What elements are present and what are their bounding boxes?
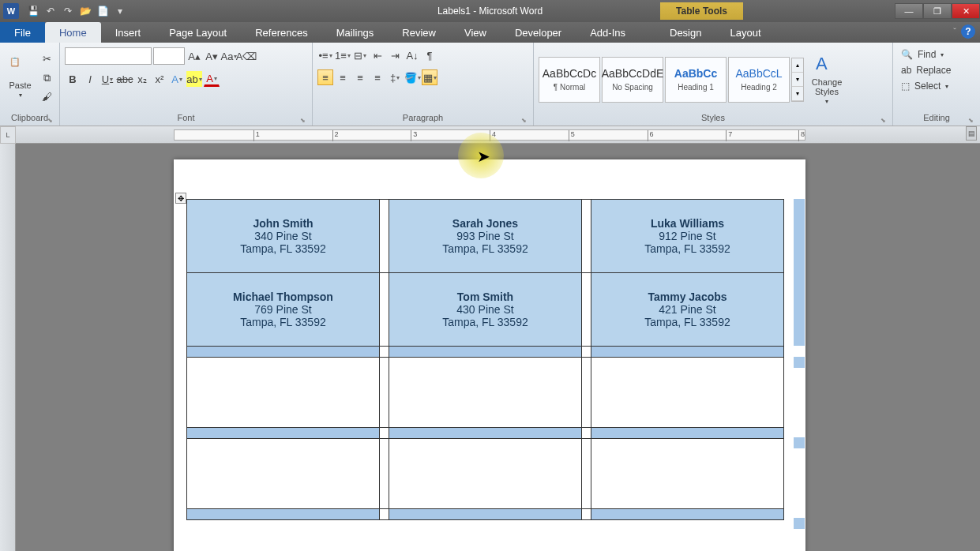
copy-icon[interactable]: ⧉ — [39, 70, 54, 86]
table-row[interactable] — [187, 347, 784, 358]
text-effects-icon[interactable]: A — [169, 71, 185, 87]
italic-button[interactable]: I — [82, 71, 98, 87]
change-case-icon[interactable]: Aa — [221, 48, 237, 64]
group-font: A▴ A▾ Aa A⌫ B I U abc x₂ x² A ab A Font — [60, 43, 313, 126]
highlight-icon[interactable]: ab — [186, 71, 202, 87]
label-cell[interactable] — [389, 358, 581, 427]
tab-design[interactable]: Design — [655, 22, 715, 43]
new-icon[interactable]: 📄 — [95, 3, 111, 19]
label-cell[interactable]: Michael Thompson 769 Pine St Tampa, FL 3… — [187, 273, 379, 346]
tab-home[interactable]: Home — [45, 22, 101, 43]
tab-selector[interactable]: L — [0, 126, 16, 144]
table-row[interactable] — [187, 509, 784, 520]
window-controls: — ❐ ✕ — [895, 3, 980, 19]
help-icon[interactable]: ? — [961, 24, 975, 39]
align-right-icon[interactable]: ≡ — [352, 69, 368, 85]
underline-button[interactable]: U — [100, 71, 115, 87]
label-cell[interactable]: Tammy Jacobs 421 Pine St Tampa, FL 33592 — [591, 273, 783, 346]
bullets-icon[interactable]: •≡ — [317, 47, 333, 63]
collapse-ribbon-icon[interactable]: ˇ — [953, 27, 956, 36]
font-color-icon[interactable]: A — [204, 71, 220, 87]
labels-table[interactable]: John Smith 340 Pine St Tampa, FL 33592 S… — [186, 199, 784, 520]
label-cell[interactable]: Sarah Jones 993 Pine St Tampa, FL 33592 — [389, 200, 581, 272]
tab-review[interactable]: Review — [388, 22, 450, 43]
find-button[interactable]: 🔍Find▾ — [898, 47, 947, 62]
shrink-font-icon[interactable]: A▾ — [204, 48, 220, 64]
redo-icon[interactable]: ↷ — [60, 3, 76, 19]
superscript-button[interactable]: x² — [152, 71, 167, 87]
format-painter-icon[interactable]: 🖌 — [39, 89, 54, 105]
decrease-indent-icon[interactable]: ⇤ — [370, 47, 385, 63]
label-cell[interactable] — [591, 358, 783, 427]
style-heading-1[interactable]: AaBbCcHeading 1 — [665, 57, 727, 103]
table-row[interactable]: John Smith 340 Pine St Tampa, FL 33592 S… — [187, 200, 784, 273]
horizontal-ruler[interactable]: L 12 34 56 78 ▤ — [16, 126, 980, 144]
maximize-button[interactable]: ❐ — [923, 3, 952, 19]
ruler-toggle-icon[interactable]: ▤ — [966, 126, 977, 141]
label-cell[interactable] — [187, 439, 379, 508]
grow-font-icon[interactable]: A▴ — [186, 48, 202, 64]
label-cell[interactable] — [187, 358, 379, 427]
label-cell[interactable] — [389, 439, 581, 508]
undo-icon[interactable]: ↶ — [43, 3, 58, 19]
tab-addins[interactable]: Add-Ins — [576, 22, 640, 43]
cut-icon[interactable]: ✂ — [39, 51, 54, 67]
tab-file[interactable]: File — [0, 22, 45, 43]
chevron-down-icon[interactable]: ▾ — [792, 73, 803, 87]
font-size-input[interactable] — [153, 47, 185, 65]
table-row[interactable]: Michael Thompson 769 Pine St Tampa, FL 3… — [187, 273, 784, 347]
open-icon[interactable]: 📂 — [77, 3, 93, 19]
label-street: 912 Pine St — [659, 230, 715, 242]
label-cell[interactable] — [591, 439, 783, 508]
clear-formatting-icon[interactable]: A⌫ — [238, 48, 254, 64]
label-cell[interactable]: Luka Williams 912 Pine St Tampa, FL 3359… — [591, 200, 783, 272]
styles-gallery-nav[interactable]: ▴▾▾ — [791, 58, 804, 102]
page[interactable]: John Smith 340 Pine St Tampa, FL 33592 S… — [174, 159, 805, 551]
close-button[interactable]: ✕ — [952, 3, 980, 19]
style-no-spacing[interactable]: AaBbCcDdENo Spacing — [602, 57, 663, 103]
styles-more-icon[interactable]: ▾ — [792, 87, 803, 101]
line-spacing-icon[interactable]: ‡ — [387, 69, 403, 85]
align-center-icon[interactable]: ≡ — [335, 69, 351, 85]
tab-developer[interactable]: Developer — [501, 22, 576, 43]
table-row[interactable] — [187, 358, 784, 428]
group-clipboard-label: Clipboard — [5, 111, 54, 126]
change-styles-button[interactable]: A Change Styles ▾ — [805, 52, 848, 107]
tab-layout[interactable]: Layout — [715, 22, 775, 43]
borders-icon[interactable]: ▦ — [422, 69, 437, 85]
shading-icon[interactable]: 🪣 — [404, 69, 420, 85]
table-move-handle-icon[interactable]: ✥ — [175, 193, 186, 204]
label-cell[interactable]: Tom Smith 430 Pine St Tampa, FL 33592 — [389, 273, 581, 346]
tab-view[interactable]: View — [450, 22, 501, 43]
multilevel-list-icon[interactable]: ⊟ — [352, 47, 368, 63]
subscript-button[interactable]: x₂ — [134, 71, 150, 87]
font-name-input[interactable] — [65, 47, 152, 65]
strikethrough-button[interactable]: abc — [117, 71, 133, 87]
numbering-icon[interactable]: 1≡ — [335, 47, 351, 63]
increase-indent-icon[interactable]: ⇥ — [387, 47, 403, 63]
table-row[interactable] — [187, 439, 784, 509]
style-normal[interactable]: AaBbCcDc¶ Normal — [539, 57, 600, 103]
group-editing: 🔍Find▾ abReplace ⬚Select▾ Editing — [893, 43, 980, 126]
tab-page-layout[interactable]: Page Layout — [155, 22, 241, 43]
tab-references[interactable]: References — [241, 22, 321, 43]
replace-button[interactable]: abReplace — [898, 63, 954, 77]
selection-marker — [794, 357, 805, 368]
tab-mailings[interactable]: Mailings — [322, 22, 389, 43]
minimize-button[interactable]: — — [895, 3, 923, 19]
align-left-icon[interactable]: ≡ — [317, 69, 333, 85]
paste-button[interactable]: 📋 Paste ▾ — [5, 51, 36, 106]
vertical-ruler[interactable] — [0, 144, 16, 551]
bold-button[interactable]: B — [65, 71, 81, 87]
style-heading-2[interactable]: AaBbCcLHeading 2 — [728, 57, 790, 103]
save-icon[interactable]: 💾 — [25, 3, 41, 19]
tab-insert[interactable]: Insert — [101, 22, 156, 43]
chevron-up-icon[interactable]: ▴ — [792, 58, 803, 73]
label-cell[interactable]: John Smith 340 Pine St Tampa, FL 33592 — [187, 200, 379, 272]
show-marks-icon[interactable]: ¶ — [422, 47, 437, 63]
sort-icon[interactable]: A↓ — [404, 47, 420, 63]
select-button[interactable]: ⬚Select▾ — [898, 79, 952, 93]
qat-more-icon[interactable]: ▾ — [112, 3, 128, 19]
table-row[interactable] — [187, 428, 784, 439]
justify-icon[interactable]: ≡ — [370, 69, 385, 85]
